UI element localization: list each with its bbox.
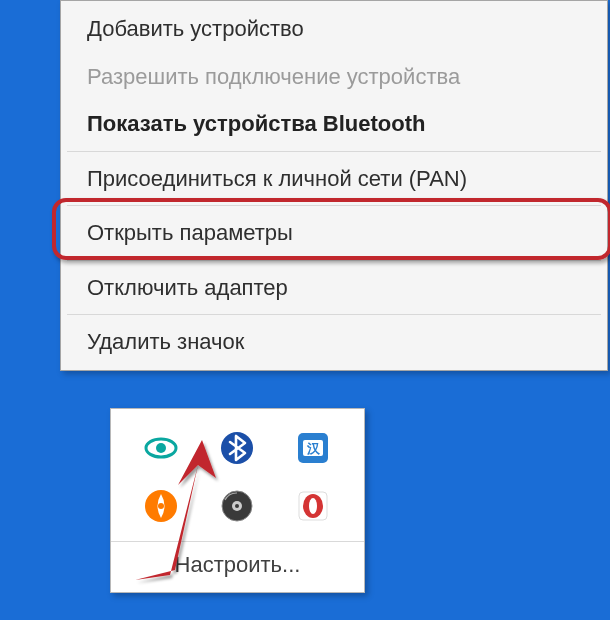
menu-separator	[67, 260, 601, 261]
svg-point-11	[235, 504, 239, 508]
avast-icon[interactable]	[143, 488, 179, 524]
menu-remove-icon[interactable]: Удалить значок	[63, 318, 605, 366]
menu-add-device[interactable]: Добавить устройство	[63, 5, 605, 53]
menu-show-bt-devices[interactable]: Показать устройства Bluetooth	[63, 100, 605, 148]
tray-icons-grid: 汉	[111, 409, 364, 541]
svg-text:汉: 汉	[306, 441, 321, 456]
menu-separator	[67, 151, 601, 152]
menu-allow-connection: Разрешить подключение устройства	[63, 53, 605, 101]
bluetooth-context-menu: Добавить устройство Разрешить подключени…	[60, 0, 608, 371]
menu-separator	[67, 314, 601, 315]
menu-disable-adapter[interactable]: Отключить адаптер	[63, 264, 605, 312]
svg-point-1	[156, 443, 166, 453]
menu-join-pan[interactable]: Присоединиться к личной сети (PAN)	[63, 155, 605, 203]
translate-icon[interactable]: 汉	[295, 430, 331, 466]
menu-separator	[67, 205, 601, 206]
menu-open-settings[interactable]: Открыть параметры	[63, 209, 605, 257]
svg-point-14	[309, 498, 317, 514]
svg-point-7	[158, 503, 164, 509]
opera-icon[interactable]	[295, 488, 331, 524]
bluetooth-icon[interactable]	[219, 430, 255, 466]
tray-customize-link[interactable]: Настроить...	[111, 541, 364, 592]
eye-icon[interactable]	[143, 430, 179, 466]
disc-icon[interactable]	[219, 488, 255, 524]
tray-overflow-popup: 汉	[110, 408, 365, 593]
